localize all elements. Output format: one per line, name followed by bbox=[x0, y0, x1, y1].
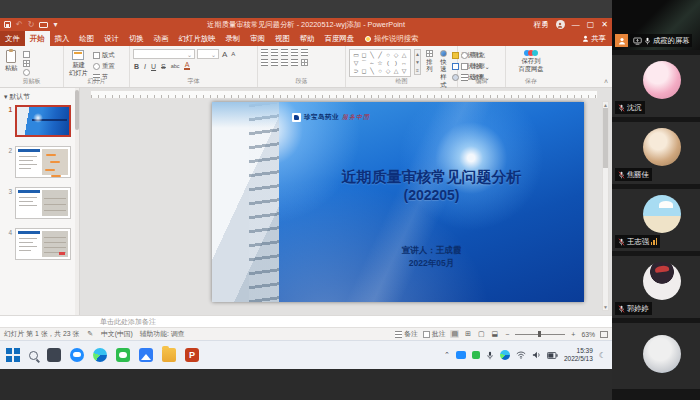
tab-slideshow[interactable]: 幻灯片放映 bbox=[173, 31, 220, 46]
signed-in-user[interactable]: 程勇 bbox=[534, 20, 549, 30]
thumbnail-slide-1[interactable]: 1 bbox=[3, 105, 79, 137]
powerpoint-taskbar-icon[interactable]: P bbox=[185, 348, 199, 362]
green-tray-icon[interactable] bbox=[472, 351, 480, 359]
undo-icon[interactable]: ↶ bbox=[16, 21, 23, 29]
font-size-dropdown[interactable]: ⌄ bbox=[197, 49, 219, 59]
zoom-in-button[interactable]: + bbox=[570, 331, 576, 338]
slideshow-icon[interactable] bbox=[39, 22, 48, 28]
tray-expand-icon[interactable]: ⌃ bbox=[444, 351, 450, 359]
taskbar-app-dark[interactable] bbox=[47, 348, 61, 362]
edge-browser-icon[interactable] bbox=[93, 348, 107, 362]
align-left-icon[interactable] bbox=[261, 59, 268, 66]
format-painter-icon[interactable] bbox=[23, 69, 30, 76]
taskbar-photos-app[interactable] bbox=[139, 348, 153, 362]
tab-design[interactable]: 设计 bbox=[99, 31, 124, 46]
bold-button[interactable]: B bbox=[133, 63, 140, 70]
tab-transitions[interactable]: 切换 bbox=[124, 31, 149, 46]
shape-gallery[interactable]: ▭◻╲╱○◇△ ▽⌒～☆()↔ ⊃◻╲○◇△▽ bbox=[349, 49, 411, 77]
meeting-tray-icon[interactable] bbox=[456, 351, 466, 359]
font-color-button[interactable]: A bbox=[184, 62, 191, 70]
participant-tile-sharer[interactable]: 成霞的屏幕 bbox=[612, 0, 700, 50]
participant-tile[interactable]: 郭婷婷 bbox=[612, 256, 700, 318]
cut-icon[interactable] bbox=[23, 51, 30, 58]
strikethrough-button[interactable]: S bbox=[160, 63, 167, 70]
slide-canvas[interactable]: 珍宝岛药业 服务中国 近期质量审核常见问题分析 (202205) 宣讲人：王成霞… bbox=[212, 102, 584, 302]
taskbar-chat-app[interactable] bbox=[70, 348, 84, 362]
thumbnail-scrollbar[interactable] bbox=[75, 88, 79, 315]
decrease-indent-icon[interactable] bbox=[281, 49, 288, 56]
font-name-dropdown[interactable]: ⌄ bbox=[133, 49, 195, 59]
increase-indent-icon[interactable] bbox=[291, 49, 298, 56]
tab-draw[interactable]: 绘图 bbox=[74, 31, 99, 46]
slideshow-view-button[interactable]: ⬓ bbox=[491, 330, 500, 338]
tab-animations[interactable]: 动画 bbox=[149, 31, 174, 46]
notes-pane[interactable]: 单击此处添加备注 bbox=[0, 315, 612, 327]
notes-toggle[interactable]: 备注 bbox=[395, 329, 418, 339]
comments-toggle[interactable]: 批注 bbox=[423, 329, 446, 339]
copy-icon[interactable] bbox=[23, 60, 30, 67]
underline-button[interactable]: U bbox=[150, 63, 157, 70]
find-button[interactable]: 查找 bbox=[461, 51, 490, 60]
file-explorer-icon[interactable] bbox=[162, 348, 176, 362]
zoom-percentage[interactable]: 63% bbox=[581, 331, 595, 338]
numbering-icon[interactable] bbox=[271, 49, 278, 56]
zoom-slider[interactable] bbox=[515, 334, 565, 335]
accessibility-status[interactable]: 辅助功能: 调查 bbox=[140, 329, 185, 339]
tab-help[interactable]: 帮助 bbox=[295, 31, 320, 46]
thumbnail-slide-2[interactable]: 2 bbox=[3, 146, 79, 178]
tab-record[interactable]: 录制 bbox=[220, 31, 245, 46]
reset-button[interactable]: 重置 bbox=[93, 62, 115, 71]
participant-tile[interactable]: 焦丽佳 bbox=[612, 122, 700, 184]
participant-tile[interactable]: 王志强 bbox=[612, 189, 700, 251]
redo-icon[interactable]: ↻ bbox=[28, 21, 35, 29]
justify-icon[interactable] bbox=[291, 59, 298, 66]
save-to-baidu-button[interactable]: 保存到 百度网盘 bbox=[516, 49, 545, 73]
collapse-ribbon-icon[interactable]: ˄ bbox=[604, 78, 608, 85]
wifi-icon[interactable] bbox=[516, 351, 526, 359]
character-spacing-button[interactable]: abc bbox=[170, 63, 181, 69]
normal-view-button[interactable]: ▤ bbox=[450, 330, 459, 338]
align-center-icon[interactable] bbox=[271, 59, 278, 66]
speaker-icon[interactable] bbox=[532, 351, 541, 359]
taskbar-clock[interactable]: 15:39 2022/5/13 bbox=[564, 347, 593, 364]
shape-gallery-scroll[interactable]: ▲▼≡ bbox=[414, 49, 421, 75]
tab-view[interactable]: 视图 bbox=[270, 31, 295, 46]
paste-button[interactable]: 粘贴 bbox=[3, 49, 20, 72]
thumbnail-slide-4[interactable]: 4 bbox=[3, 228, 79, 260]
grow-font-button[interactable]: A bbox=[221, 50, 228, 59]
tab-review[interactable]: 审阅 bbox=[245, 31, 270, 46]
new-slide-button[interactable]: 新建 幻灯片 bbox=[67, 49, 90, 77]
language-indicator[interactable]: 中文(中国) bbox=[101, 329, 133, 339]
tell-me-search[interactable]: 操作说明搜索 bbox=[359, 31, 424, 46]
taskbar-green-app[interactable] bbox=[116, 348, 130, 362]
replace-button[interactable]: 替换 ⌄ bbox=[461, 62, 490, 71]
participant-tile-partial[interactable] bbox=[612, 323, 700, 389]
minimize-button[interactable]: — bbox=[572, 21, 580, 29]
section-header[interactable]: ▾ 默认节 bbox=[3, 91, 79, 105]
tab-insert[interactable]: 插入 bbox=[50, 31, 75, 46]
reading-view-button[interactable]: ▢ bbox=[477, 330, 486, 338]
zoom-out-button[interactable]: − bbox=[504, 331, 510, 338]
browser-tray-icon[interactable] bbox=[500, 350, 510, 360]
microphone-tray-icon[interactable] bbox=[486, 351, 494, 360]
italic-button[interactable]: I bbox=[143, 63, 147, 70]
columns-icon[interactable] bbox=[301, 59, 308, 66]
bullets-icon[interactable] bbox=[261, 49, 268, 56]
spell-check-icon[interactable]: ✎ bbox=[86, 330, 94, 338]
fit-to-window-icon[interactable] bbox=[600, 331, 608, 338]
align-right-icon[interactable] bbox=[281, 59, 288, 66]
save-icon[interactable] bbox=[4, 21, 11, 28]
line-spacing-icon[interactable] bbox=[301, 49, 308, 56]
participant-tile[interactable]: 沈沉 bbox=[612, 55, 700, 117]
close-button[interactable]: ✕ bbox=[601, 21, 608, 29]
tab-baidu-netdisk[interactable]: 百度网盘 bbox=[320, 31, 360, 46]
share-button[interactable]: 共享 bbox=[576, 31, 612, 46]
tab-file[interactable]: 文件 bbox=[0, 31, 25, 46]
shrink-font-button[interactable]: A bbox=[230, 51, 236, 57]
tab-home[interactable]: 开始 bbox=[25, 31, 50, 46]
qat-dropdown-icon[interactable]: ▾ bbox=[53, 21, 57, 29]
battery-icon[interactable] bbox=[547, 352, 558, 359]
arrange-button[interactable]: 排列 bbox=[424, 49, 435, 73]
slide-sorter-view-button[interactable]: ⊞ bbox=[464, 330, 472, 338]
restore-button[interactable]: ▢ bbox=[587, 21, 595, 29]
